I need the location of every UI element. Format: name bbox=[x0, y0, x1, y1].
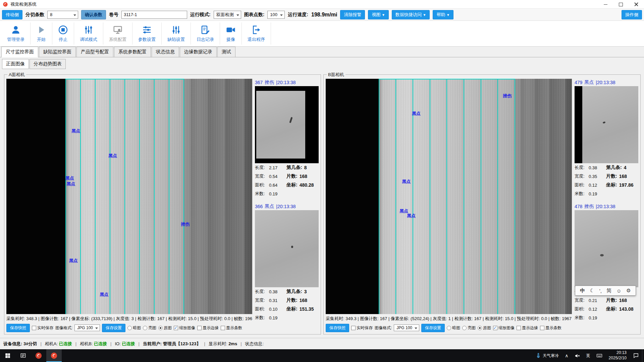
ime-charset-button[interactable]: 简 bbox=[606, 288, 611, 294]
ime-settings-icon[interactable]: ⚙ bbox=[626, 288, 631, 294]
ime-punctuation-button[interactable]: ’, bbox=[599, 288, 602, 294]
subtab-front-image[interactable]: 正面图像 bbox=[2, 59, 29, 69]
cut-line bbox=[154, 79, 155, 314]
ime-language-button[interactable]: 英 bbox=[583, 349, 593, 362]
tab-defect-monitor[interactable]: 缺陷监控界面 bbox=[39, 47, 76, 57]
data-quick-access-menu-button[interactable]: 数据快捷访问 ▼ bbox=[392, 10, 430, 19]
image-format-select[interactable]: JPG 100 bbox=[74, 324, 100, 331]
defect-card-header[interactable]: 479 黑点 |20:13:38 bbox=[575, 79, 638, 86]
subtab-trend-chart[interactable]: 分布趋势图表 bbox=[30, 59, 66, 69]
param-settings-button[interactable]: 参数设置 bbox=[132, 22, 162, 45]
save-snapshot-button[interactable]: 保存快照 bbox=[6, 324, 30, 332]
data-quick-access-label: 数据快捷访问 bbox=[395, 12, 422, 17]
defect-type: 黑点 bbox=[265, 203, 274, 209]
bright-image-radio[interactable]: 亮图 bbox=[143, 325, 156, 331]
realtime-save-label: 实时保存 bbox=[357, 325, 373, 331]
save-settings-button[interactable]: 保存设置 bbox=[102, 324, 125, 332]
maximize-button[interactable] bbox=[613, 0, 629, 9]
ime-emoji-button[interactable]: ☺ bbox=[616, 288, 622, 294]
show-count-label: 显示条数 bbox=[545, 325, 561, 331]
touch-keyboard-button[interactable] bbox=[593, 349, 605, 362]
drive-side-button[interactable]: 传动侧 bbox=[2, 10, 22, 19]
action-center-button[interactable] bbox=[630, 349, 642, 362]
image-format-select[interactable]: JPG 100 bbox=[394, 324, 419, 331]
roll-number-input[interactable] bbox=[121, 11, 187, 19]
tab-edge-data-record[interactable]: 边缘数据记录 bbox=[180, 47, 217, 57]
radio-icon bbox=[447, 326, 451, 330]
original-image-radio[interactable]: 原图 bbox=[158, 325, 172, 331]
defect-card-header[interactable]: 366 黑点 |20:13:38 bbox=[255, 203, 319, 210]
tab-status-info[interactable]: 状态信息 bbox=[152, 47, 179, 57]
start-button[interactable] bbox=[0, 349, 15, 362]
defect-label: 挫伤 bbox=[181, 221, 190, 227]
volume-button[interactable] bbox=[572, 349, 583, 362]
confirm-count-button[interactable]: 确认条数 bbox=[81, 10, 106, 19]
show-edge-checkbox[interactable]: 显示边缘 bbox=[517, 325, 538, 331]
slit-count-value: 8 bbox=[50, 12, 52, 17]
taskbar-app-button[interactable] bbox=[31, 349, 46, 362]
realtime-save-checkbox[interactable]: 实时保存 bbox=[351, 325, 373, 331]
zoom-image-checkbox[interactable]: 缩放图像 bbox=[174, 325, 195, 331]
show-desktop-button[interactable] bbox=[642, 349, 644, 362]
dark-image-radio[interactable]: 暗图 bbox=[447, 325, 460, 331]
tray-overflow-button[interactable]: ∧ bbox=[562, 349, 571, 362]
ime-moon-icon[interactable]: ☾ bbox=[590, 288, 594, 294]
view-menu-button[interactable]: 视图 ▼ bbox=[368, 10, 389, 19]
realtime-save-checkbox[interactable]: 实时保存 bbox=[32, 325, 53, 331]
ime-mode-button[interactable]: 中 bbox=[580, 288, 585, 294]
defect-settings-button[interactable]: 缺陷设置 bbox=[162, 22, 191, 45]
monitor-gear-icon bbox=[113, 25, 123, 35]
cut-line bbox=[497, 79, 498, 314]
tab-size-monitor[interactable]: 尺寸监控界面 bbox=[1, 47, 38, 57]
stat-value: 0.19 bbox=[269, 315, 286, 320]
operator-side-button[interactable]: 操作侧 bbox=[622, 10, 642, 19]
defect-thumbnail[interactable] bbox=[575, 210, 638, 287]
exit-program-button[interactable]: 退出程序 bbox=[242, 22, 271, 45]
taskbar-clock[interactable]: 20:13 2025/2/10 bbox=[605, 350, 630, 361]
capture-button[interactable]: 摄像 bbox=[220, 22, 242, 45]
stop-button[interactable]: 停止 bbox=[52, 22, 74, 45]
debug-mode-button[interactable]: 调试模式 bbox=[74, 22, 103, 45]
minimize-button[interactable] bbox=[598, 0, 613, 9]
bright-image-radio[interactable]: 亮图 bbox=[462, 325, 476, 331]
help-menu-button[interactable]: 帮助 ▼ bbox=[433, 10, 453, 19]
clear-alarm-button[interactable]: 清除报警 bbox=[340, 10, 365, 19]
defect-thumbnail[interactable] bbox=[255, 210, 319, 287]
task-view-button[interactable] bbox=[15, 349, 31, 362]
defect-card-header[interactable]: 367 挫伤 |20:13:38 bbox=[255, 79, 319, 86]
camera-a-image[interactable]: 黑点 黑点 黑点 黑点 挫伤 黑点 黑点 bbox=[6, 79, 252, 314]
dark-image-radio[interactable]: 暗图 bbox=[127, 325, 141, 331]
original-image-radio[interactable]: 原图 bbox=[478, 325, 491, 331]
tab-product-model-config[interactable]: 产品型号配置 bbox=[76, 47, 113, 57]
system-config-button[interactable]: 系统配置 bbox=[103, 22, 132, 45]
tab-test[interactable]: 测试 bbox=[217, 47, 235, 57]
save-snapshot-button[interactable]: 保存快照 bbox=[326, 324, 349, 332]
defect-card-header[interactable]: 478 挫伤 |20:13:38 bbox=[575, 203, 638, 210]
stat-value: 0.10 bbox=[269, 307, 286, 312]
radio-icon bbox=[158, 326, 163, 330]
run-mode-select[interactable]: 双面检测 bbox=[214, 11, 241, 19]
zoom-image-checkbox[interactable]: 缩放图像 bbox=[493, 325, 515, 331]
stat-label: 面积: bbox=[255, 306, 269, 312]
slit-count-select[interactable]: 8 bbox=[47, 11, 78, 19]
show-count-checkbox[interactable]: 显示条数 bbox=[221, 325, 242, 331]
camera-b-image[interactable]: 黑点 挫伤 黑点 黑点 黑点 bbox=[326, 79, 572, 314]
manage-login-button[interactable]: 管理登录 bbox=[1, 22, 31, 45]
tab-system-param-config[interactable]: 系统参数配置 bbox=[114, 47, 151, 57]
run-speed-label: 运行速度: bbox=[288, 12, 308, 18]
stat-label: 坐标: bbox=[606, 182, 617, 188]
show-edge-checkbox[interactable]: 显示边缘 bbox=[197, 325, 219, 331]
checkbox-icon bbox=[540, 326, 544, 330]
defect-thumbnail[interactable] bbox=[255, 86, 319, 163]
taskbar-app-button-active[interactable] bbox=[46, 349, 62, 362]
show-count-checkbox[interactable]: 显示条数 bbox=[540, 325, 561, 331]
defect-thumbnail[interactable] bbox=[575, 86, 638, 163]
weather-tray-item[interactable]: 天气寒冷 bbox=[533, 349, 562, 362]
save-settings-button[interactable]: 保存设置 bbox=[421, 324, 445, 332]
close-button[interactable] bbox=[629, 0, 644, 9]
defect-crop bbox=[582, 86, 638, 163]
chart-points-select[interactable]: 100 bbox=[267, 11, 285, 19]
taskbar-left bbox=[0, 349, 62, 362]
start-button[interactable]: 开始 bbox=[31, 22, 52, 45]
log-record-button[interactable]: 日志记录 bbox=[191, 22, 220, 45]
